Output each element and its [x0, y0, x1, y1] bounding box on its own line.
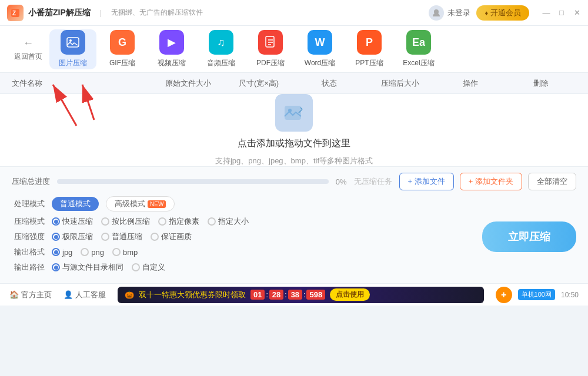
- compress-mode-pixel[interactable]: 指定像素: [158, 216, 199, 227]
- compress-button[interactable]: 立即压缩: [482, 221, 576, 252]
- titlebar-right: 未登录 ♦ 开通会员 — □ ✕: [429, 5, 581, 21]
- back-icon: ←: [23, 37, 34, 49]
- mode-label: 处理模式: [12, 199, 45, 209]
- col-delete: 删除: [506, 78, 576, 89]
- promo-action-btn[interactable]: 点击使用: [330, 288, 370, 301]
- output-format-label: 输出格式: [12, 247, 45, 257]
- titlebar: Z 小番茄ZIP解压缩 | 无捆绑、无广告的解压缩软件 未登录 ♦ 开通会员 —…: [0, 0, 588, 26]
- radio-pixel: [158, 217, 166, 226]
- gif-label: GIF压缩: [109, 58, 135, 68]
- ppt-icon: P: [357, 30, 382, 55]
- radio-size: [208, 217, 216, 226]
- col-dimensions: 尺寸(宽×高): [223, 78, 294, 89]
- format-jpg[interactable]: jpg: [52, 248, 72, 257]
- bottom-right: + 单机100网 10:50: [496, 287, 579, 303]
- user-area: 未登录: [429, 5, 470, 21]
- progress-buttons: + 添加文件 + 添加文件夹 全部清空: [399, 173, 576, 190]
- excel-label: Excel压缩: [403, 58, 434, 68]
- vip-btn-label: 开通会员: [490, 8, 521, 18]
- drop-title: 点击添加或拖动文件到这里: [238, 137, 350, 150]
- add-folder-button[interactable]: + 添加文件夹: [460, 173, 522, 190]
- toolbar-item-pdf[interactable]: PDF压缩: [247, 29, 294, 69]
- compress-strength-group: 极限压缩 普通压缩 保证画质: [52, 231, 192, 242]
- toolbar-item-gif[interactable]: G GIF压缩: [99, 29, 146, 69]
- compress-strength-label: 压缩强度: [12, 231, 45, 242]
- toolbar-item-video[interactable]: ▶ 视频压缩: [148, 29, 195, 69]
- compress-mode-fast[interactable]: 快速压缩: [52, 216, 93, 227]
- minimize-button[interactable]: —: [542, 9, 550, 17]
- strength-quality[interactable]: 保证画质: [151, 231, 192, 242]
- progress-percent: 0%: [336, 177, 347, 186]
- window-controls: — □ ✕: [542, 9, 581, 17]
- customer-service-link[interactable]: 👤 人工客服: [64, 290, 106, 300]
- compress-mode-group: 快速压缩 按比例压缩 指定像素 指定大小: [52, 216, 249, 227]
- path-custom[interactable]: 自定义: [132, 262, 165, 273]
- promo-text: 双十一特惠大额优惠券限时领取: [139, 290, 246, 300]
- back-label: 返回首页: [14, 52, 42, 62]
- add-file-button[interactable]: + 添加文件: [399, 173, 454, 190]
- avatar: [429, 5, 444, 21]
- app-logo: Z 小番茄ZIP解压缩 | 无捆绑、无广告的解压缩软件: [7, 5, 203, 21]
- svg-rect-3: [67, 38, 79, 47]
- vip-button[interactable]: ♦ 开通会员: [476, 5, 529, 21]
- add-circle-button[interactable]: +: [496, 287, 512, 303]
- countdown-mins: 28: [269, 290, 283, 300]
- path-same[interactable]: 与源文件目录相同: [52, 262, 123, 273]
- advanced-mode-btn[interactable]: 高级模式 NEW: [106, 196, 175, 212]
- toolbar-item-excel[interactable]: Ea Excel压缩: [395, 29, 442, 69]
- new-badge: NEW: [148, 200, 166, 208]
- gif-icon: G: [110, 30, 135, 55]
- customer-service-label: 人工客服: [75, 290, 106, 300]
- col-original-size: 原始文件大小: [153, 78, 223, 89]
- compress-mode-ratio[interactable]: 按比例压缩: [101, 216, 150, 227]
- drop-icon: [275, 94, 313, 132]
- output-format-group: jpg png bmp: [52, 248, 138, 257]
- bottom-bar: 🏠 官方主页 👤 人工客服 🎃 双十一特惠大额优惠券限时领取 01 : 28 :…: [0, 283, 588, 306]
- svg-text:Z: Z: [12, 10, 16, 16]
- close-button[interactable]: ✕: [573, 9, 581, 17]
- word-icon: W: [308, 30, 332, 55]
- radio-ratio: [101, 217, 109, 226]
- video-icon: ▶: [159, 30, 184, 55]
- toolbar-item-ppt[interactable]: P PPT压缩: [346, 29, 393, 69]
- toolbar-item-audio[interactable]: ♫ 音频压缩: [198, 29, 245, 69]
- output-format-row: 输出格式 jpg png bmp: [12, 247, 470, 257]
- progress-status: 无压缩任务: [354, 176, 392, 187]
- strength-extreme[interactable]: 极限压缩: [52, 231, 93, 242]
- promo-emoji: 🎃: [125, 290, 134, 299]
- back-button[interactable]: ← 返回首页: [9, 29, 47, 69]
- compress-mode-size[interactable]: 指定大小: [208, 216, 249, 227]
- radio-quality: [151, 233, 159, 241]
- countdown: 01 : 28 : 38 : 598: [250, 290, 325, 300]
- drop-subtitle: 支持jpg、png、jpeg、bmp、tif等多种图片格式: [215, 156, 373, 166]
- countdown-secs: 38: [288, 290, 302, 300]
- radio-fast: [52, 217, 60, 226]
- official-site-link[interactable]: 🏠 官方主页: [9, 290, 52, 300]
- clear-all-button[interactable]: 全部清空: [528, 173, 576, 190]
- radio-path-same: [52, 263, 60, 271]
- countdown-ms: 598: [306, 290, 325, 300]
- settings-section: 处理模式 普通模式 高级模式 NEW 压缩模式 快速压缩 按比例压: [12, 196, 576, 277]
- compress-mode-row: 压缩模式 快速压缩 按比例压缩 指定像素: [12, 216, 470, 227]
- toolbar-item-img[interactable]: 图片压缩: [49, 29, 96, 69]
- radio-path-custom: [132, 263, 140, 271]
- radio-normal: [101, 233, 109, 241]
- format-bmp[interactable]: bmp: [112, 248, 138, 257]
- excel-icon: Ea: [406, 30, 431, 55]
- normal-mode-btn[interactable]: 普通模式: [52, 197, 99, 211]
- radio-extreme: [52, 233, 60, 241]
- maximize-button[interactable]: □: [557, 9, 566, 17]
- audio-icon: ♫: [209, 30, 233, 55]
- pdf-icon: [258, 30, 283, 55]
- compress-strength-row: 压缩强度 极限压缩 普通压缩 保证画质: [12, 231, 470, 242]
- img-label: 图片压缩: [59, 58, 87, 68]
- app-slogan: 无捆绑、无广告的解压缩软件: [111, 8, 203, 18]
- svg-point-4: [69, 39, 72, 42]
- strength-normal[interactable]: 普通压缩: [101, 231, 142, 242]
- drop-zone[interactable]: 点击添加或拖动文件到这里 支持jpg、png、jpeg、bmp、tif等多种图片…: [0, 94, 588, 166]
- toolbar-item-word[interactable]: W Word压缩: [296, 29, 343, 69]
- video-label: 视频压缩: [158, 58, 186, 68]
- col-action: 操作: [435, 78, 506, 89]
- app-name: 小番茄ZIP解压缩: [28, 8, 91, 18]
- format-png[interactable]: png: [81, 248, 104, 257]
